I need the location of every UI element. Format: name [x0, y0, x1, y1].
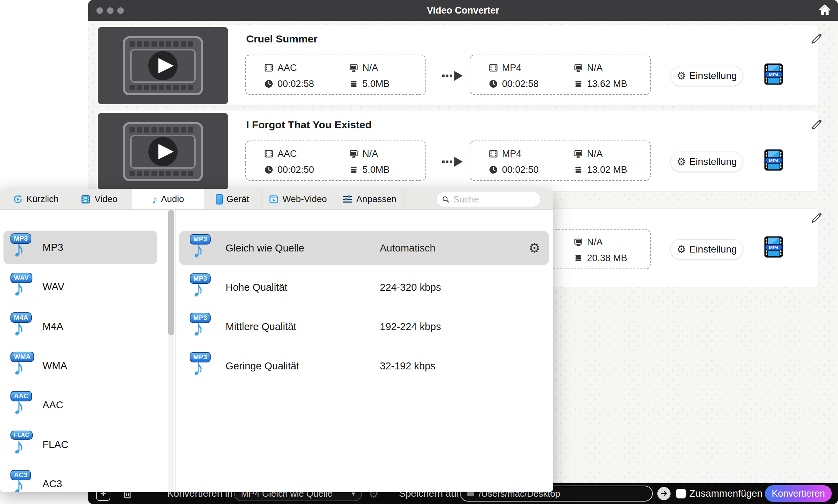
audio-format-icon: ♪AC3 — [10, 470, 38, 492]
target-size: 13.62 MB — [587, 79, 627, 89]
tab-label: Anpassen — [356, 194, 397, 205]
monitor-icon — [349, 149, 359, 159]
size-icon — [573, 79, 583, 89]
format-list-scrollbar[interactable] — [168, 210, 174, 492]
source-duration: 00:02:50 — [277, 165, 314, 175]
size-icon — [349, 79, 359, 89]
target-info-box[interactable]: MP4 N/A 00:02:58 13.62 MB — [470, 55, 651, 95]
target-resolution: N/A — [587, 63, 603, 73]
format-item-mp3[interactable]: ♪MP3 MP3 — [3, 231, 157, 264]
format-item-wav[interactable]: ♪WAV WAV — [3, 270, 157, 303]
format-label: WMA — [42, 360, 67, 371]
film-icon — [264, 63, 274, 73]
monitor-icon — [349, 63, 359, 73]
format-item-aac[interactable]: ♪AAC AAC — [3, 388, 157, 422]
recent-icon — [13, 194, 23, 205]
open-folder-button[interactable] — [657, 487, 671, 500]
source-resolution: N/A — [362, 149, 378, 159]
tab-geraet[interactable]: Gerät — [204, 189, 261, 209]
search-input[interactable] — [453, 194, 535, 205]
size-icon — [573, 253, 583, 263]
format-label: MP3 — [42, 242, 63, 253]
preset-list: ♪MP3 Gleich wie Quelle Automatisch ⚙ ♪MP… — [176, 210, 553, 492]
preset-row-high-quality[interactable]: ♪MP3 Hohe Qualität 224-320 kbps — [179, 271, 549, 304]
gear-icon: ⚙ — [677, 244, 686, 255]
format-item-flac[interactable]: ♪FLAC FLAC — [3, 428, 157, 461]
monitor-icon — [573, 237, 583, 247]
settings-button[interactable]: ⚙ Einstellung — [671, 66, 743, 86]
source-info-box[interactable]: AAC N/A 00:02:58 5.0MB — [245, 55, 426, 95]
title-bar: Video Converter — [88, 0, 838, 21]
gear-icon: ⚙ — [677, 71, 686, 81]
tab-anpassen[interactable]: Anpassen — [334, 189, 405, 209]
audio-format-icon: ♪MP3 — [190, 313, 218, 341]
tab-video[interactable]: Video — [66, 189, 132, 209]
format-label: WAV — [42, 281, 64, 293]
edit-pencil-icon[interactable] — [810, 118, 823, 131]
home-icon[interactable] — [818, 3, 832, 17]
media-row: Cruel Summer AAC N/A 00:02:58 5.0MB MP4 … — [97, 25, 818, 106]
search-field[interactable] — [436, 192, 541, 207]
merge-label: Zusammenfügen — [689, 483, 762, 504]
audio-format-icon: ♪MP3 — [190, 234, 218, 262]
scrollbar-thumb[interactable] — [168, 210, 174, 335]
media-title: I Forgot That You Existed — [246, 119, 372, 131]
preset-row-low-quality[interactable]: ♪MP3 Geringe Qualität 32-192 kbps — [179, 349, 549, 383]
gear-icon: ⚙ — [677, 157, 686, 167]
music-note-icon: ♪ — [152, 194, 157, 205]
tab-label: Video — [94, 194, 117, 205]
tab-web-video[interactable]: Web-Video — [261, 189, 334, 209]
format-label: M4A — [42, 321, 63, 332]
format-item-wma[interactable]: ♪WMA WMA — [3, 349, 157, 382]
filmstrip-play-icon — [121, 120, 205, 183]
format-item-m4a[interactable]: ♪M4A M4A — [3, 310, 157, 343]
preset-name: Geringe Qualität — [226, 360, 299, 372]
audio-format-icon: ♪M4A — [10, 312, 38, 340]
clock-icon — [488, 79, 498, 89]
format-list: ♪MP3 MP3 ♪WAV WAV ♪M4A M4A ♪WMA WMA ♪AAC… — [0, 210, 167, 492]
monitor-icon — [573, 63, 583, 73]
source-info-box[interactable]: AAC N/A 00:02:50 5.0MB — [245, 141, 426, 181]
filmstrip-icon — [80, 194, 91, 205]
tab-label: Web-Video — [282, 194, 327, 205]
convert-button[interactable]: Konvertieren — [765, 485, 832, 502]
output-format-icon[interactable] — [764, 63, 783, 85]
merge-checkbox[interactable] — [676, 489, 686, 498]
settings-label: Einstellung — [689, 70, 737, 81]
tab-label: Gerät — [226, 194, 249, 205]
edit-pencil-icon[interactable] — [810, 211, 823, 225]
source-size: 5.0MB — [362, 79, 390, 89]
tab-audio[interactable]: ♪ Audio — [132, 189, 204, 209]
preset-detail: 192-224 kbps — [380, 321, 441, 333]
preset-row-same-as-source[interactable]: ♪MP3 Gleich wie Quelle Automatisch ⚙ — [179, 231, 549, 265]
target-info-box[interactable]: MP4 N/A 00:02:50 13.02 MB — [470, 141, 651, 181]
preset-detail: 224-320 kbps — [380, 282, 441, 293]
source-format: AAC — [277, 149, 297, 159]
output-format-icon[interactable] — [764, 236, 783, 258]
settings-button[interactable]: ⚙ Einstellung — [671, 239, 743, 259]
preset-name: Hohe Qualität — [226, 282, 287, 293]
tab-kuerzlich[interactable]: Kürzlich — [5, 189, 66, 209]
media-row: I Forgot That You Existed AAC N/A 00:02:… — [97, 111, 818, 192]
video-thumbnail[interactable] — [98, 27, 228, 104]
search-icon — [441, 195, 450, 203]
preset-name: Mittlere Qualität — [226, 321, 296, 333]
film-icon — [488, 63, 498, 73]
preset-gear-icon[interactable]: ⚙ — [528, 241, 540, 255]
output-format-icon[interactable] — [764, 149, 783, 171]
web-video-icon — [268, 194, 279, 205]
edit-pencil-icon[interactable] — [810, 32, 823, 46]
audio-format-icon: ♪MP3 — [10, 233, 38, 261]
settings-button[interactable]: ⚙ Einstellung — [671, 152, 743, 172]
preset-detail: Automatisch — [380, 242, 436, 254]
audio-format-icon: ♪MP3 — [190, 352, 218, 380]
video-thumbnail[interactable] — [98, 113, 228, 190]
preset-row-medium-quality[interactable]: ♪MP3 Mittlere Qualität 192-224 kbps — [179, 310, 549, 343]
target-format: MP4 — [502, 63, 522, 73]
target-duration: 00:02:50 — [502, 165, 539, 175]
format-item-ac3[interactable]: ♪AC3 AC3 — [3, 467, 157, 492]
format-label: FLAC — [42, 439, 68, 450]
source-duration: 00:02:58 — [277, 79, 314, 89]
audio-format-icon: ♪AAC — [10, 391, 38, 419]
audio-format-icon: ♪WMA — [10, 352, 38, 379]
